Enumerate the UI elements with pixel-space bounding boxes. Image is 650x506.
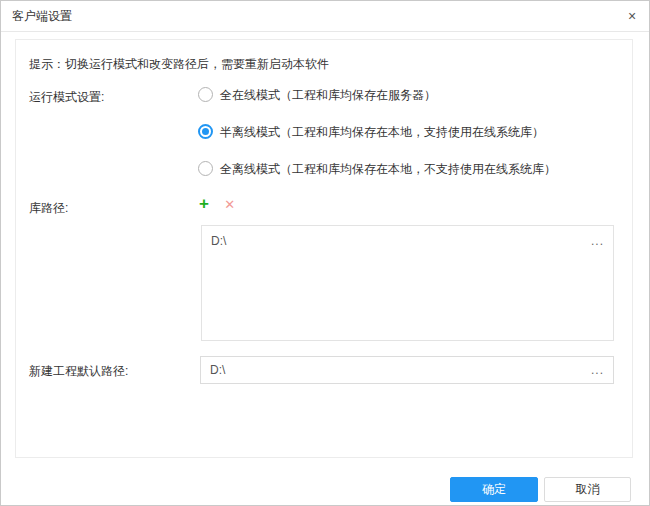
library-path-list[interactable]: D:\ ... xyxy=(201,225,614,341)
radio-unselected-icon[interactable] xyxy=(198,87,213,102)
add-path-icon[interactable]: + xyxy=(199,194,209,214)
default-project-path-input[interactable] xyxy=(201,357,613,383)
radio-full-online-label: 全在线模式（工程和库均保存在服务器） xyxy=(220,88,436,102)
client-settings-dialog: 客户端设置 × 提示：切换运行模式和改变路径后，需要重新启动本软件 运行模式设置… xyxy=(0,0,650,506)
close-icon[interactable]: × xyxy=(619,1,645,31)
cancel-button[interactable]: 取消 xyxy=(544,477,631,502)
radio-full-online-mode[interactable]: 全在线模式（工程和库均保存在服务器） xyxy=(198,87,436,102)
remove-path-icon[interactable]: ✕ xyxy=(224,197,235,212)
ok-button[interactable]: 确定 xyxy=(450,477,538,502)
title-bar: 客户端设置 × xyxy=(1,1,649,32)
settings-panel: 提示：切换运行模式和改变路径后，需要重新启动本软件 运行模式设置: 全在线模式（… xyxy=(15,39,633,458)
default-project-path-label: 新建工程默认路径: xyxy=(29,363,128,380)
radio-full-offline-mode[interactable]: 全离线模式（工程和库均保存在本地，不支持使用在线系统库） xyxy=(198,161,556,176)
dialog-title: 客户端设置 xyxy=(12,1,72,31)
radio-full-offline-label: 全离线模式（工程和库均保存在本地，不支持使用在线系统库） xyxy=(220,162,556,176)
library-path-toolbar: + ✕ xyxy=(199,194,235,214)
library-path-label: 库路径: xyxy=(29,200,68,217)
browse-ellipsis-button[interactable]: ... xyxy=(591,226,604,257)
default-project-path-field-wrap: ... xyxy=(200,356,614,384)
radio-selected-icon[interactable] xyxy=(198,124,213,139)
list-item[interactable]: D:\ ... xyxy=(202,226,613,257)
radio-unselected-icon[interactable] xyxy=(198,161,213,176)
browse-ellipsis-button[interactable]: ... xyxy=(591,357,604,383)
restart-hint-text: 提示：切换运行模式和改变路径后，需要重新启动本软件 xyxy=(29,56,329,73)
radio-semi-offline-label: 半离线模式（工程和库均保存在本地，支持使用在线系统库） xyxy=(220,125,544,139)
radio-semi-offline-mode[interactable]: 半离线模式（工程和库均保存在本地，支持使用在线系统库） xyxy=(198,124,544,139)
run-mode-label: 运行模式设置: xyxy=(29,89,104,106)
library-path-value: D:\ xyxy=(211,234,226,248)
